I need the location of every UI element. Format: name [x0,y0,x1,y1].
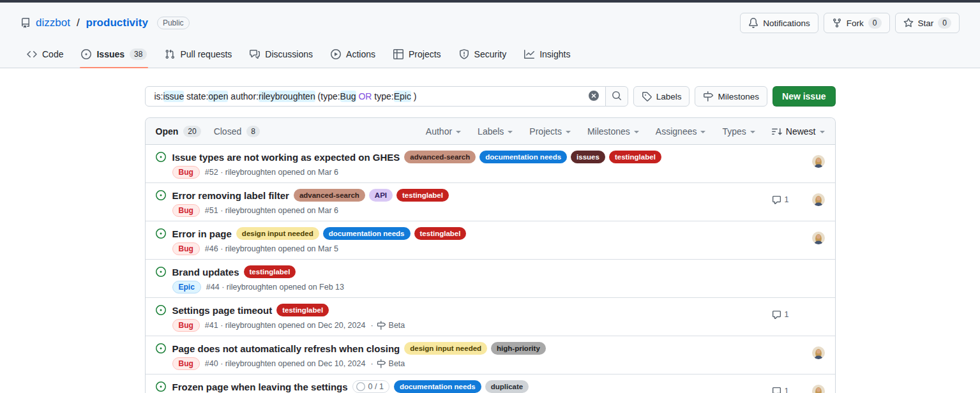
query-segment: Epic [394,91,411,102]
milestones-button[interactable]: Milestones [695,86,767,107]
sort-label: Newest [786,126,816,137]
issue-labels: design input neededhigh-priority [404,342,546,355]
repo-owner-link[interactable]: dizzbot [36,17,70,29]
issue-label[interactable]: testinglabel [396,189,449,202]
issue-title[interactable]: Settings page timeout [172,305,273,316]
issue-type-badge[interactable]: Bug [172,166,200,179]
issue-meta: Epic #44 · rileybroughten opened on Feb … [172,281,772,293]
shield-icon [459,49,469,59]
issue-row: Settings page timeout testinglabel Bug #… [146,297,835,336]
issue-label[interactable]: duplicate [485,380,529,393]
comment-count[interactable]: 1 [772,310,803,320]
issue-label[interactable]: advanced-search [404,151,476,163]
issue-label[interactable]: testinglabel [609,151,661,163]
issue-row: Error removing label filter advanced-sea… [146,182,835,221]
tab-issues[interactable]: Issues 38 [76,41,152,68]
filter-milestones[interactable]: Milestones [587,126,639,137]
sort-dropdown[interactable]: Newest [772,126,825,137]
query-segment: OR [358,91,372,101]
issue-meta-text: #41 · rileybroughten opened on Dec 20, 2… [205,321,366,330]
user-avatar[interactable] [812,346,825,359]
issue-label[interactable]: design input needed [404,342,487,355]
issue-label[interactable]: documentation needs [394,380,481,393]
user-avatar[interactable] [812,385,825,393]
filter-types[interactable]: Types [722,126,755,137]
user-avatar[interactable] [812,155,825,168]
issue-label[interactable]: API [369,189,393,202]
issue-label[interactable]: documentation needs [479,151,567,163]
chevron-down-icon [700,131,705,133]
comment-count[interactable]: 1 [772,387,803,393]
query-segment: open [208,91,228,102]
user-avatar[interactable] [812,232,825,244]
filter-assignees[interactable]: Assignees [656,126,706,137]
filter-projects[interactable]: Projects [529,126,571,137]
comment-count[interactable]: 1 [772,195,803,205]
chevron-down-icon [820,131,825,133]
tab-actions[interactable]: Actions [326,41,381,68]
search-button[interactable] [605,86,628,107]
closed-issues-toggle[interactable]: Closed 8 [214,126,260,137]
query-segment: author: [228,91,258,101]
issue-label[interactable]: design input needed [236,227,319,240]
clear-search-button[interactable] [589,91,599,103]
tab-label: Discussions [265,49,313,59]
star-button[interactable]: Star 0 [895,13,960,33]
tab-label: Actions [346,49,375,59]
query-segment: ) [411,91,417,101]
tab-insights[interactable]: Insights [519,41,575,68]
tab-projects[interactable]: Projects [388,41,446,68]
issue-title[interactable]: Error in page [172,228,232,239]
fork-button[interactable]: Fork 0 [824,13,890,33]
filter-bar: Author Labels Projects Milestones Assign… [426,126,825,137]
repo-name-link[interactable]: productivity [86,17,148,29]
issue-title[interactable]: Page does not automatically refresh when… [172,343,400,354]
issue-label[interactable]: testinglabel [276,304,329,316]
issue-type-badge[interactable]: Bug [172,204,200,217]
issue-type-badge[interactable]: Bug [172,357,200,370]
tab-code[interactable]: Code [22,41,68,68]
issue-label[interactable]: issues [571,151,605,163]
issue-label[interactable]: testinglabel [244,265,296,278]
new-issue-button[interactable]: New issue [773,86,835,107]
user-avatar[interactable] [812,193,825,206]
notifications-label: Notifications [763,19,810,28]
labels-button[interactable]: Labels [633,86,690,107]
issue-label[interactable]: testinglabel [414,227,467,240]
issue-label[interactable]: high-priority [491,342,546,355]
open-issue-icon [156,267,166,277]
issue-type-badge[interactable]: Bug [172,319,200,332]
open-issue-icon [156,228,166,239]
tab-discussions[interactable]: Discussions [245,41,318,68]
issue-title[interactable]: Error removing label filter [172,190,289,201]
milestone-icon [703,91,713,101]
issue-label[interactable]: documentation needs [323,227,411,240]
issue-meta-text: #40 · rileybroughten opened on Dec 10, 2… [205,359,366,368]
filter-author[interactable]: Author [426,126,461,137]
issue-meta: Bug #40 · rileybroughten opened on Dec 1… [172,357,772,370]
query-segment: rileybroughten [259,91,315,102]
issue-title[interactable]: Frozen page when leaving the settings [172,382,348,392]
filter-labels[interactable]: Labels [478,126,513,137]
issue-meta: Bug #41 · rileybroughten opened on Dec 2… [172,319,772,332]
circle-icon [356,382,365,391]
issue-type-badge[interactable]: Bug [172,242,200,255]
issue-row: Issue types are not working as expected … [146,145,835,182]
tab-label: Code [42,49,63,59]
closed-count: 8 [246,126,260,137]
issue-row: Error in page design input neededdocumen… [146,221,835,259]
code-icon [27,49,37,59]
open-issues-toggle[interactable]: Open 20 [156,126,201,137]
issue-type-badge[interactable]: Epic [172,281,201,293]
issue-label[interactable]: advanced-search [294,189,365,202]
repo-header: dizzbot / productivity Public Notificati… [0,3,980,68]
search-input[interactable]: is:issue state:open author:rileybroughte… [145,86,606,107]
notifications-button[interactable]: Notifications [740,13,818,33]
tab-security[interactable]: Security [454,41,512,68]
issue-list-header: Open 20 Closed 8 Author Labels Projects … [146,118,835,145]
tab-pull-requests[interactable]: Pull requests [160,41,237,68]
issue-milestone: · Beta [370,321,405,330]
issue-meta: Bug #51 · rileybroughten opened on Mar 6 [172,204,772,217]
issue-title[interactable]: Issue types are not working as expected … [172,152,400,163]
issue-title[interactable]: Brand updates [172,267,239,278]
